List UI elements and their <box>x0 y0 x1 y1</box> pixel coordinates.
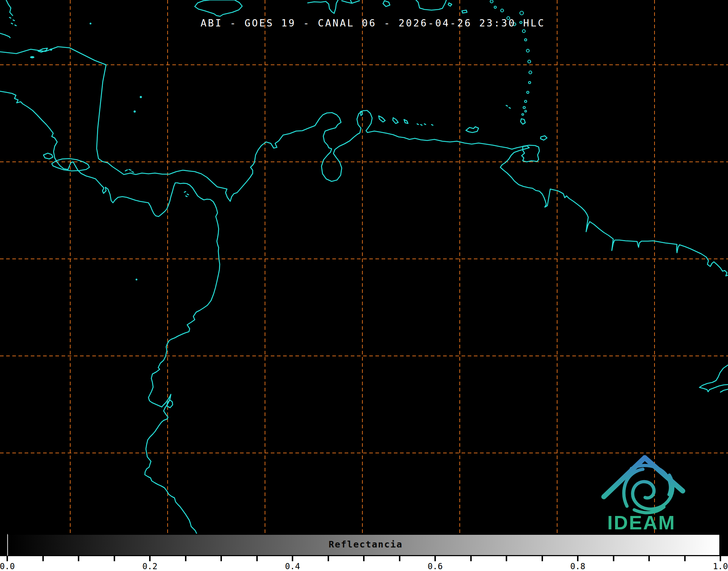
colorbar-tick-label: 0.8 <box>570 562 585 571</box>
colorbar-tick <box>648 556 650 561</box>
colorbar-tick <box>542 556 543 561</box>
colorbar-tick <box>328 556 329 561</box>
antilles-island <box>529 81 531 84</box>
aruba-island <box>379 116 385 122</box>
bonaire-island <box>404 119 408 123</box>
grenada-island <box>521 119 525 124</box>
guanaja-island <box>50 49 52 51</box>
los-testigos-islets <box>506 105 510 108</box>
colorbar-tick <box>114 556 115 561</box>
coastline-honduras-west-dash <box>0 33 10 38</box>
colorbar-tick <box>363 556 365 561</box>
colorbar-tick <box>78 556 79 561</box>
coastline-amazon-mouth-lower <box>720 389 728 392</box>
coastline-haiti-peninsula <box>308 0 338 13</box>
antilles-island <box>525 110 527 112</box>
latlon-grid <box>0 0 728 534</box>
belize-cayes <box>9 17 16 26</box>
colorbar-tick <box>684 556 686 561</box>
antilles-island <box>522 114 524 116</box>
satellite-map-canvas <box>0 0 728 534</box>
mona-island <box>462 10 467 13</box>
margarita-island <box>466 127 479 133</box>
tobago-island <box>540 136 547 140</box>
beata-island <box>383 1 390 7</box>
colorbar-tick <box>720 556 721 561</box>
colorbar-label: Reflectancia <box>329 539 403 550</box>
pearl-islands <box>184 192 189 197</box>
colorbar-tick <box>220 556 222 561</box>
colorbar-tick-label: 1.0 <box>713 562 728 571</box>
colorbar-tick <box>399 556 400 561</box>
image-title: ABI - GOES 19 - CANAL 06 - 2026-04-26 23… <box>201 17 545 29</box>
colorbar-tick <box>470 556 472 561</box>
antilles-island <box>520 11 523 15</box>
coastline-amazon-mouth <box>699 365 728 392</box>
coastlines-group <box>0 0 728 533</box>
antilles-island <box>528 60 531 63</box>
colorbar-tick <box>256 556 258 561</box>
antilles-island <box>501 9 504 12</box>
colorbar-tick <box>149 556 151 561</box>
colorbar-tick-label: 0.4 <box>285 562 300 571</box>
colorbar-tick-label: 0.6 <box>428 562 443 571</box>
colorbar-tick-label: 0.2 <box>142 562 157 571</box>
coastline-dominican-south <box>416 0 446 10</box>
los-roques-islets <box>417 124 433 125</box>
colorbar-tick <box>506 556 507 561</box>
colorbar-tick <box>613 556 614 561</box>
antilles-island <box>490 0 493 3</box>
coastline-pacific <box>0 91 220 533</box>
trinidad-island <box>522 145 539 162</box>
colorbar-tick <box>42 556 44 561</box>
antilles-island <box>522 30 525 33</box>
colorbar-tick <box>577 556 578 561</box>
paraguana-islet <box>360 111 362 116</box>
antilles-island <box>494 6 496 8</box>
antilles-island <box>527 91 529 93</box>
antilles-island <box>526 49 529 52</box>
coastline-jamaica <box>195 0 242 16</box>
coastline-belize-fragment <box>6 0 13 16</box>
utila-island <box>30 56 34 58</box>
providencia-island <box>140 96 142 98</box>
curacao-island <box>393 118 398 123</box>
colorbar-tick <box>7 556 8 561</box>
colorbar-tick <box>185 556 186 561</box>
san-andres-island <box>134 110 136 113</box>
colorbar-axis-strip: 0.0 0.2 0.4 0.6 0.8 1.0 <box>0 556 728 571</box>
antilles-island <box>523 106 525 109</box>
saona-islets <box>448 3 452 6</box>
colorbar-tick <box>292 556 293 561</box>
colorbar-tick <box>434 556 436 561</box>
antilles-island <box>529 71 532 74</box>
coastline-caribbean-mainland <box>0 47 728 276</box>
antilles-island <box>525 100 527 102</box>
satellite-image-viewer: ABI - GOES 19 - CANAL 06 - 2026-04-26 23… <box>0 0 728 571</box>
antilles-island <box>525 39 527 41</box>
small-cay <box>90 23 92 25</box>
bocas-islets <box>125 169 134 172</box>
lake-managua <box>43 153 53 159</box>
colorbar-tick-label: 0.0 <box>0 562 15 571</box>
malpelo-island <box>136 279 138 281</box>
